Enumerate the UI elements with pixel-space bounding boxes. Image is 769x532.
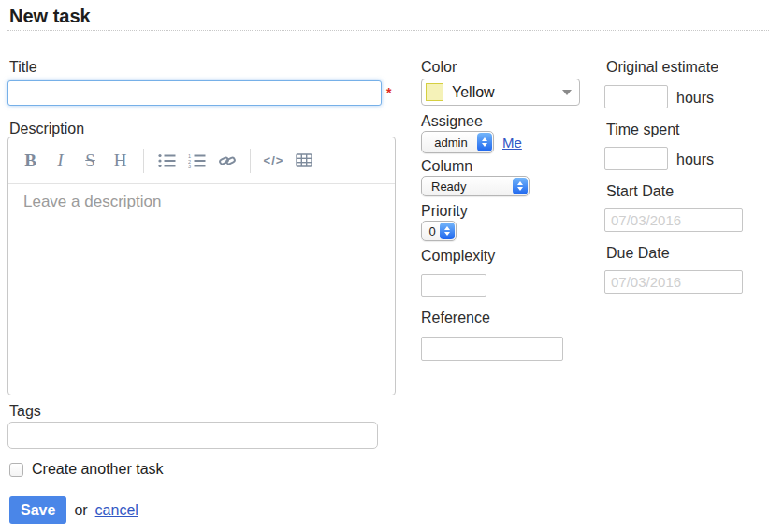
link-icon (219, 153, 236, 168)
column-select[interactable]: Ready (421, 176, 530, 196)
select-stepper-icon (513, 178, 528, 194)
heading-button[interactable]: H (109, 147, 131, 175)
required-asterisk: * (386, 85, 391, 100)
priority-label: Priority (421, 203, 468, 220)
bullet-list-button[interactable] (156, 147, 178, 175)
page-title: New task (9, 6, 91, 27)
bold-button[interactable]: B (20, 147, 41, 175)
priority-selected-value: 0 (422, 224, 439, 238)
ordered-list-icon: 1 2 3 (188, 153, 206, 168)
svg-text:3: 3 (188, 164, 191, 168)
create-another-label: Create another task (32, 461, 164, 478)
italic-button[interactable]: I (50, 147, 71, 175)
assign-to-me-link[interactable]: Me (502, 135, 522, 151)
assignee-label: Assignee (421, 113, 483, 130)
bullet-list-icon (158, 153, 176, 168)
ordered-list-button[interactable]: 1 2 3 (186, 147, 208, 175)
strikethrough-button[interactable]: S (80, 147, 101, 175)
heading-divider (7, 30, 769, 31)
cancel-link[interactable]: cancel (95, 502, 138, 519)
original-estimate-suffix: hours (676, 90, 714, 107)
table-button[interactable] (293, 147, 314, 175)
time-spent-label: Time spent (606, 122, 680, 138)
description-label: Description (9, 121, 84, 137)
reference-label: Reference (421, 309, 490, 326)
assignee-selected-value: admin (422, 136, 476, 150)
original-estimate-input[interactable] (604, 85, 668, 108)
reference-input[interactable] (421, 337, 563, 361)
link-button[interactable] (216, 147, 238, 175)
original-estimate-label: Original estimate (606, 59, 718, 76)
start-date-input[interactable] (604, 208, 743, 232)
select-stepper-icon (440, 223, 455, 239)
create-another-row: Create another task (9, 461, 164, 478)
time-spent-suffix: hours (676, 151, 714, 168)
tags-label: Tags (9, 403, 41, 420)
description-placeholder: Leave a description (23, 193, 161, 211)
tags-input[interactable] (7, 422, 378, 449)
or-text: or (74, 502, 87, 519)
form-actions: Save or cancel (9, 496, 138, 524)
create-another-checkbox[interactable] (9, 463, 23, 477)
column-label: Column (421, 158, 472, 175)
time-spent-input[interactable] (604, 147, 668, 170)
assignee-select[interactable]: admin (421, 131, 494, 153)
complexity-input[interactable] (421, 274, 486, 297)
chevron-down-icon (562, 90, 572, 95)
toolbar-separator (250, 149, 251, 173)
color-label: Color (421, 59, 457, 76)
title-label: Title (9, 59, 37, 76)
color-dropdown[interactable]: Yellow (421, 79, 580, 106)
due-date-label: Due Date (606, 245, 670, 262)
editor-toolbar: B I S H 1 2 3 (8, 137, 395, 184)
description-editor[interactable]: B I S H 1 2 3 (7, 137, 396, 395)
priority-select[interactable]: 0 (421, 221, 457, 241)
complexity-label: Complexity (421, 248, 495, 265)
select-stepper-icon (477, 133, 492, 151)
save-button[interactable]: Save (9, 496, 66, 524)
start-date-label: Start Date (606, 183, 674, 200)
table-icon (296, 153, 312, 167)
due-date-input[interactable] (604, 270, 743, 294)
title-input[interactable] (7, 80, 382, 106)
toolbar-separator (143, 149, 144, 173)
column-selected-value: Ready (422, 180, 512, 194)
code-button[interactable]: </> (263, 147, 284, 175)
yellow-swatch-icon (426, 83, 443, 101)
assignee-row: admin Me (421, 131, 522, 153)
color-selected-value: Yellow (452, 84, 562, 101)
